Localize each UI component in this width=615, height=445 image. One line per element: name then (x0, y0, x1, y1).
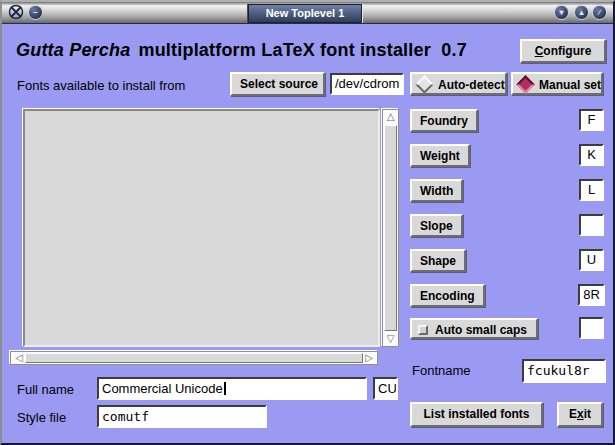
auto-small-caps-checkbox[interactable]: Auto small caps (410, 318, 538, 339)
checkbox-icon (418, 325, 428, 335)
slope-button[interactable]: Slope (410, 214, 463, 237)
window-title: New Toplevel 1 (248, 4, 362, 23)
slope-code-input[interactable] (579, 214, 604, 236)
radio-diamond-icon (415, 75, 433, 93)
weight-button[interactable]: Weight (410, 144, 470, 167)
style-file-label: Style file (17, 410, 66, 425)
app-icon[interactable] (8, 4, 24, 20)
fontname-label: Fontname (412, 363, 471, 378)
encoding-button[interactable]: Encoding (410, 284, 485, 307)
scroll-right-icon[interactable]: ▷ (363, 352, 375, 364)
exit-button[interactable]: Exit (557, 402, 603, 427)
window: − New Toplevel 1 ▾ ▴ ∕ Gutta Perchamulti… (0, 0, 615, 445)
small-caps-code-input[interactable] (579, 317, 604, 339)
scroll-down-icon[interactable]: ▽ (383, 333, 398, 345)
select-source-button[interactable]: Select source (230, 72, 325, 96)
source-label: Fonts available to install from (17, 78, 185, 93)
width-button[interactable]: Width (410, 179, 463, 202)
manual-set-radio[interactable]: Manual set (511, 72, 603, 95)
foundry-button[interactable]: Foundry (410, 109, 478, 132)
horizontal-scrollbar[interactable]: ◁ ▷ (10, 351, 378, 365)
vertical-scrollbar[interactable]: △ ▽ (382, 109, 399, 347)
app-version: 0.7 (441, 40, 467, 60)
page-title: Gutta Perchamultiplatform LaTeX font ins… (16, 40, 467, 61)
abbreviation-input[interactable]: CU (373, 377, 398, 400)
width-code-input[interactable]: L (579, 179, 604, 201)
app-name: Gutta Percha (16, 40, 130, 60)
style-file-input[interactable]: comutf (97, 405, 267, 428)
encoding-code-input[interactable]: 8R (578, 284, 605, 306)
horizontal-scroll-thumb[interactable] (25, 353, 363, 363)
radio-diamond-selected-icon (516, 75, 534, 93)
scroll-left-icon[interactable]: ◁ (13, 352, 25, 364)
foundry-code-input[interactable]: F (579, 109, 604, 131)
auto-detect-radio[interactable]: Auto-detect (410, 72, 507, 95)
shade-up-button[interactable]: ▴ (574, 5, 589, 20)
text-cursor (224, 382, 226, 395)
full-name-label: Full name (17, 382, 74, 397)
scroll-up-icon[interactable]: △ (383, 111, 398, 123)
vertical-scroll-thumb[interactable] (384, 125, 397, 331)
list-installed-fonts-button[interactable]: List installed fonts (410, 402, 543, 427)
shape-button[interactable]: Shape (410, 249, 466, 272)
titlebar[interactable]: − New Toplevel 1 ▾ ▴ ∕ (2, 2, 613, 24)
shade-down-button[interactable]: ▾ (554, 5, 569, 20)
font-list[interactable] (23, 109, 380, 347)
window-menu-button[interactable]: ∕ (592, 5, 607, 20)
weight-code-input[interactable]: K (579, 144, 604, 166)
fontname-input[interactable]: fcukul8r (522, 359, 606, 383)
configure-button[interactable]: Configure (520, 39, 606, 63)
minimize-button[interactable]: − (28, 5, 43, 20)
full-name-input[interactable]: Commercial Unicode (97, 377, 367, 400)
shape-code-input[interactable]: U (579, 249, 604, 271)
app-subtitle: multiplatform LaTeX font installer (138, 40, 431, 60)
source-path-input[interactable]: /dev/cdrom (330, 73, 404, 95)
